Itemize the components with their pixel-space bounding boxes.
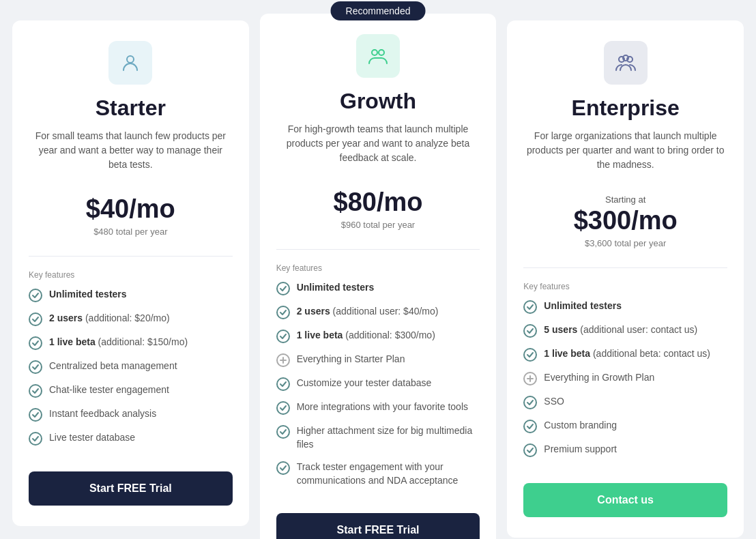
divider bbox=[276, 249, 480, 250]
plan-description: For small teams that launch few products… bbox=[29, 129, 233, 178]
feature-item: Unlimited testers bbox=[29, 288, 233, 302]
check-icon bbox=[29, 384, 42, 398]
feature-item: Instant feedback analysis bbox=[29, 407, 233, 422]
feature-item: Unlimited testers bbox=[276, 281, 480, 295]
svg-point-2 bbox=[379, 50, 384, 55]
feature-text: Higher attachment size for big multimedi… bbox=[297, 424, 480, 451]
check-icon bbox=[523, 348, 537, 362]
check-icon bbox=[276, 282, 290, 295]
feature-text: 1 live beta (additional beta: contact us… bbox=[544, 347, 710, 361]
feature-text: Unlimited testers bbox=[297, 281, 375, 295]
price-section: $80/mo$960 total per year bbox=[334, 188, 423, 230]
plan-card-starter: StarterFor small teams that launch few p… bbox=[12, 20, 249, 526]
feature-item: 2 users (additional: $20/mo) bbox=[29, 312, 233, 326]
recommended-badge: Recommended bbox=[331, 1, 426, 20]
price-yearly: $3,600 total per year bbox=[574, 238, 678, 248]
check-icon bbox=[276, 401, 290, 415]
feature-item: Chat-like tester engagement bbox=[29, 383, 233, 398]
feature-text: 2 users (additional user: $40/mo) bbox=[297, 305, 439, 319]
feature-item: 1 live beta (additional: $300/mo) bbox=[276, 329, 480, 343]
svg-point-1 bbox=[372, 50, 377, 55]
growth-cta-button[interactable]: Start FREE Trial bbox=[276, 513, 480, 539]
plan-card-enterprise: EnterpriseFor large organizations that l… bbox=[507, 20, 744, 538]
feature-text: SSO bbox=[544, 395, 564, 409]
feature-text: Customize your tester database bbox=[297, 377, 432, 390]
feature-item: Live tester database bbox=[29, 431, 233, 446]
feature-item: Centralized beta management bbox=[29, 360, 233, 374]
feature-item: Premium support bbox=[523, 443, 727, 457]
plus-icon bbox=[276, 353, 290, 367]
check-icon bbox=[29, 360, 42, 374]
feature-text: Premium support bbox=[544, 443, 617, 456]
feature-item: Track tester engagement with your commun… bbox=[276, 461, 480, 487]
features-list: Unlimited testers 5 users (additional us… bbox=[523, 300, 727, 467]
enterprise-cta-button[interactable]: Contact us bbox=[523, 483, 727, 517]
divider bbox=[29, 256, 233, 257]
price-yearly: $960 total per year bbox=[334, 220, 423, 230]
check-icon bbox=[523, 396, 537, 409]
key-features-label: Key features bbox=[523, 282, 569, 291]
feature-item: 1 live beta (additional: $150/mo) bbox=[29, 336, 233, 350]
plan-card-growth: Recommended GrowthFor high-growth teams … bbox=[260, 14, 497, 539]
feature-text: Unlimited testers bbox=[49, 288, 127, 302]
check-icon bbox=[523, 300, 537, 314]
price-main: $40/mo bbox=[86, 194, 175, 224]
starting-at-label: Starting at bbox=[574, 194, 678, 205]
price-section: Starting at$300/mo$3,600 total per year bbox=[574, 194, 678, 248]
feature-text: More integrations with your favorite too… bbox=[297, 400, 468, 414]
feature-text: Unlimited testers bbox=[544, 300, 622, 313]
feature-text: Track tester engagement with your commun… bbox=[297, 461, 480, 487]
key-features-label: Key features bbox=[276, 263, 322, 273]
plan-name: Growth bbox=[340, 89, 416, 114]
price-yearly: $480 total per year bbox=[86, 227, 175, 237]
check-icon bbox=[276, 377, 290, 391]
feature-item: 5 users (additional user: contact us) bbox=[523, 323, 727, 338]
starter-cta-button[interactable]: Start FREE Trial bbox=[29, 471, 233, 506]
feature-item: 1 live beta (additional beta: contact us… bbox=[523, 347, 727, 362]
key-features-label: Key features bbox=[29, 270, 74, 280]
check-icon bbox=[29, 408, 42, 422]
feature-item: Everything in Growth Plan bbox=[523, 371, 727, 385]
feature-item: SSO bbox=[523, 395, 727, 409]
check-icon bbox=[29, 336, 42, 350]
enterprise-icon bbox=[604, 41, 648, 85]
check-icon bbox=[276, 330, 290, 343]
check-icon bbox=[523, 443, 537, 457]
feature-text: Centralized beta management bbox=[49, 360, 177, 373]
feature-item: Everything in Starter Plan bbox=[276, 353, 480, 367]
starter-icon bbox=[108, 41, 152, 85]
plan-description: For high-growth teams that launch multip… bbox=[276, 122, 480, 171]
feature-text: Chat-like tester engagement bbox=[49, 383, 169, 397]
feature-item: Custom branding bbox=[523, 419, 727, 433]
features-list: Unlimited testers 2 users (additional us… bbox=[276, 281, 480, 497]
growth-icon bbox=[356, 34, 400, 78]
feature-text: Live tester database bbox=[49, 431, 135, 445]
pricing-container: StarterFor small teams that launch few p… bbox=[7, 14, 749, 539]
feature-item: Customize your tester database bbox=[276, 377, 480, 391]
check-icon bbox=[276, 306, 290, 319]
svg-point-0 bbox=[127, 56, 134, 63]
feature-text: 1 live beta (additional: $150/mo) bbox=[49, 336, 188, 349]
feature-text: 2 users (additional: $20/mo) bbox=[49, 312, 170, 325]
price-section: $40/mo$480 total per year bbox=[86, 194, 175, 237]
plus-icon bbox=[523, 372, 537, 385]
feature-text: 5 users (additional user: contact us) bbox=[544, 323, 697, 337]
divider bbox=[523, 267, 727, 268]
plan-name: Enterprise bbox=[572, 96, 680, 121]
check-icon bbox=[29, 312, 42, 326]
plan-name: Starter bbox=[96, 96, 166, 121]
feature-text: Everything in Growth Plan bbox=[544, 371, 654, 385]
feature-item: More integrations with your favorite too… bbox=[276, 400, 480, 415]
feature-item: Higher attachment size for big multimedi… bbox=[276, 424, 480, 451]
check-icon bbox=[276, 425, 290, 439]
feature-item: Unlimited testers bbox=[523, 300, 727, 314]
check-icon bbox=[29, 432, 42, 446]
check-icon bbox=[523, 324, 537, 338]
feature-text: 1 live beta (additional: $300/mo) bbox=[297, 329, 435, 343]
feature-text: Everything in Starter Plan bbox=[297, 353, 405, 366]
features-list: Unlimited testers 2 users (additional: $… bbox=[29, 288, 233, 455]
plan-description: For large organizations that launch mult… bbox=[523, 129, 727, 178]
price-main: $300/mo bbox=[574, 206, 678, 235]
feature-text: Custom branding bbox=[544, 419, 617, 433]
check-icon bbox=[523, 420, 537, 433]
